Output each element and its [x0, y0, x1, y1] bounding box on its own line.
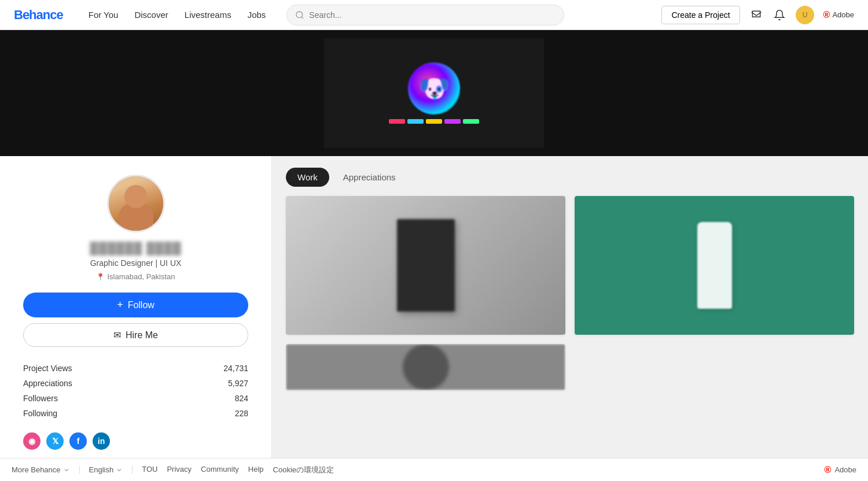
- profile-card: ██████ ████ Graphic Designer | UI UX 📍 I…: [0, 156, 272, 481]
- stat-label-views: Project Views: [23, 364, 72, 373]
- search-icon: [295, 10, 304, 20]
- color-block-4: [444, 119, 461, 124]
- stat-value-appreciations: 5,927: [228, 379, 248, 388]
- tab-appreciations[interactable]: Appreciations: [332, 168, 407, 187]
- nav-for-you[interactable]: For You: [82, 6, 126, 23]
- adobe-icon: ®: [823, 10, 830, 20]
- main-layout: ██████ ████ Graphic Designer | UI UX 📍 I…: [0, 156, 868, 481]
- bottle-graphic: [680, 213, 749, 317]
- follow-button[interactable]: + Follow: [23, 293, 248, 317]
- project-thumb-2: [575, 196, 854, 335]
- nav-links: For You Discover Livestreams Jobs: [82, 6, 273, 23]
- color-block-1: [389, 119, 405, 124]
- profile-location: 📍 Islamabad, Pakistan: [96, 272, 175, 281]
- twitter-icon[interactable]: 𝕏: [46, 432, 64, 450]
- footer-adobe: ® Adobe: [825, 465, 856, 475]
- cover-area: [0, 30, 868, 156]
- bottle-shape: [697, 222, 732, 309]
- stat-row-followers: Followers 824: [23, 391, 248, 406]
- hire-button[interactable]: ✉ Hire Me: [23, 323, 248, 347]
- stat-value-followers: 824: [235, 394, 248, 403]
- stat-label-followers: Followers: [23, 394, 58, 403]
- social-icons: ◉ 𝕏 f in: [23, 432, 110, 450]
- nav-livestreams[interactable]: Livestreams: [178, 6, 238, 23]
- profile-name: ██████ ████: [90, 242, 181, 255]
- projects-grid: [272, 196, 868, 404]
- location-pin-icon: 📍: [96, 273, 105, 281]
- dribbble-icon[interactable]: ◉: [23, 432, 41, 450]
- stat-value-views: 24,731: [223, 364, 248, 373]
- stat-label-following: Following: [23, 409, 57, 418]
- project-thumb-3: [286, 344, 565, 390]
- footer-help[interactable]: Help: [248, 465, 264, 475]
- email-icon: ✉: [113, 330, 121, 341]
- project-card-2[interactable]: [575, 196, 854, 335]
- search-bar[interactable]: [286, 5, 564, 25]
- facebook-icon[interactable]: f: [69, 432, 87, 450]
- navbar-right: Create a Project U ® Adobe: [661, 6, 854, 24]
- footer-language[interactable]: English: [89, 465, 133, 474]
- svg-line-1: [301, 17, 303, 18]
- nav-jobs[interactable]: Jobs: [241, 6, 273, 23]
- create-project-button[interactable]: Create a Project: [661, 6, 740, 24]
- content-area: Work Appreciations: [272, 156, 868, 481]
- chevron-down-icon-lang: [116, 467, 123, 473]
- avatar-image: [109, 176, 163, 231]
- project-card-3[interactable]: [286, 344, 565, 390]
- stat-row-following: Following 228: [23, 406, 248, 421]
- stat-row-appreciations: Appreciations 5,927: [23, 376, 248, 391]
- color-block-3: [426, 119, 442, 124]
- tab-work[interactable]: Work: [286, 168, 329, 187]
- svg-point-0: [296, 12, 303, 18]
- footer-more-behance[interactable]: More Behance: [12, 465, 80, 474]
- footer-cookie[interactable]: Cookieの環境設定: [273, 465, 334, 475]
- follow-label: Follow: [128, 300, 155, 310]
- color-block-5: [463, 119, 479, 124]
- plus-icon: +: [117, 299, 123, 311]
- adobe-logo: ® Adobe: [823, 10, 854, 20]
- user-avatar[interactable]: U: [796, 6, 814, 24]
- notifications-icon[interactable]: [773, 8, 786, 22]
- footer-community[interactable]: Community: [201, 465, 239, 475]
- color-block-2: [407, 119, 424, 124]
- hire-label: Hire Me: [126, 330, 158, 341]
- stat-value-following: 228: [235, 409, 248, 418]
- linkedin-icon[interactable]: in: [93, 432, 110, 450]
- messages-icon[interactable]: [749, 8, 763, 22]
- content-tabs: Work Appreciations: [272, 156, 868, 196]
- nav-discover[interactable]: Discover: [127, 6, 175, 23]
- navbar: Behance For You Discover Livestreams Job…: [0, 0, 868, 30]
- cover-text-bar: [389, 119, 479, 124]
- project-card-1[interactable]: [286, 196, 565, 335]
- cover-bear-graphic: [408, 62, 460, 114]
- book-cover-graphic: [397, 219, 455, 312]
- project-thumb-1: [286, 196, 565, 335]
- cover-image: [324, 38, 544, 148]
- footer-adobe-icon: ®: [825, 465, 832, 475]
- footer-links: TOU Privacy Community Help Cookieの環境設定: [142, 465, 334, 475]
- footer-tou[interactable]: TOU: [142, 465, 157, 475]
- avatar: [107, 175, 165, 232]
- stats-table: Project Views 24,731 Appreciations 5,927…: [23, 361, 248, 421]
- stat-label-appreciations: Appreciations: [23, 379, 72, 388]
- chevron-down-icon: [63, 467, 70, 473]
- footer-privacy[interactable]: Privacy: [167, 465, 192, 475]
- circular-graphic: [403, 344, 449, 390]
- footer: More Behance English TOU Privacy Communi…: [0, 458, 868, 481]
- stat-row-views: Project Views 24,731: [23, 361, 248, 376]
- search-input[interactable]: [309, 10, 556, 20]
- svg-text:U: U: [802, 11, 807, 19]
- behance-logo[interactable]: Behance: [14, 8, 63, 23]
- profile-title: Graphic Designer | UI UX: [90, 258, 182, 268]
